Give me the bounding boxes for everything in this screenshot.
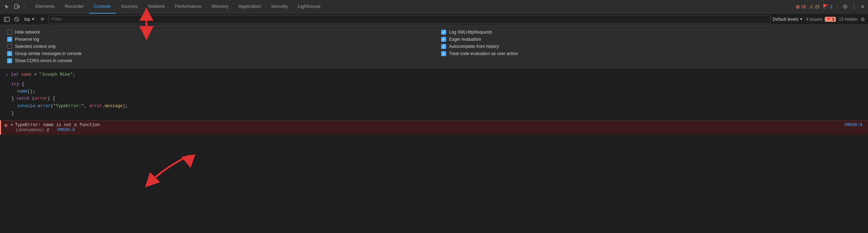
setting-preserve-log[interactable]: Preserve log <box>7 36 427 43</box>
code-line-close: } <box>6 110 865 117</box>
settings-left-col: Hide network Preserve log Selected conte… <box>7 29 427 64</box>
setting-treat-code[interactable]: Treat code evaluation as user action <box>441 50 861 57</box>
label-hide-network: Hide network <box>15 30 40 35</box>
label-autocomplete: Autocomplete from history <box>449 44 499 49</box>
error-stack-link[interactable]: VM698:6 <box>57 128 75 133</box>
info-count: 3 <box>830 4 832 9</box>
error-circle-icon: ⊗ <box>4 123 8 128</box>
checkbox-eager-eval[interactable] <box>441 37 446 42</box>
svg-rect-0 <box>15 4 18 9</box>
devtools-panel: Elements Recorder Console Sources Networ… <box>0 0 868 233</box>
toolbar-divider <box>24 3 25 10</box>
setting-log-xmlhttp[interactable]: Log XMLHttpRequests <box>441 29 861 36</box>
code-line-1: > let name = "Joseph Mike" ; <box>6 71 865 79</box>
code-line-try: try { <box>6 81 865 88</box>
label-eager-eval: Eager evaluation <box>449 37 481 42</box>
hidden-count: 15 hidden <box>839 17 858 22</box>
checkbox-selected-context[interactable] <box>7 44 12 49</box>
code-line-name-call: name (); <box>6 88 865 95</box>
tab-security[interactable]: Security <box>266 0 293 14</box>
context-dropdown[interactable]: top ▼ <box>23 16 36 23</box>
console-settings-icon[interactable]: ⚙ <box>860 16 865 22</box>
error-triangle-icon: ▼ <box>10 123 14 127</box>
tab-application[interactable]: Application <box>233 0 266 14</box>
filter-wrapper <box>49 15 771 24</box>
inspect-icon[interactable] <box>3 3 11 11</box>
error-count: 18 <box>801 4 806 9</box>
label-show-cors: Show CORS errors in console <box>15 58 72 63</box>
tab-performance[interactable]: Performance <box>170 0 206 14</box>
toolbar-icons <box>3 3 26 11</box>
dropdown-arrow-icon: ▼ <box>31 17 35 21</box>
setting-show-cors[interactable]: Show CORS errors in console <box>7 57 427 64</box>
settings-icon[interactable]: ⚙ <box>843 3 848 10</box>
context-label: top <box>24 17 30 22</box>
checkbox-autocomplete[interactable] <box>441 44 446 49</box>
issues-count: 🚩 3 <box>825 17 836 22</box>
default-levels-label: Default levels <box>773 17 798 22</box>
main-tab-bar: Elements Recorder Console Sources Networ… <box>30 0 795 14</box>
label-preserve-log: Preserve log <box>15 37 39 42</box>
checkbox-preserve-log[interactable] <box>7 37 12 42</box>
tab-recorder[interactable]: Recorder <box>60 0 89 14</box>
settings-right-col: Log XMLHttpRequests Eager evaluation Aut… <box>441 29 861 64</box>
filter-input[interactable] <box>49 15 770 23</box>
info-count-badge[interactable]: 🚩 3 <box>823 4 832 9</box>
error-message: TypeError: name is not a function <box>15 123 100 128</box>
label-group-similar: Group similar messages in console <box>15 51 82 56</box>
prompt-icon: > <box>6 72 8 79</box>
tab-memory[interactable]: Memory <box>206 0 233 14</box>
checkbox-group-similar[interactable] <box>7 51 12 56</box>
setting-eager-eval[interactable]: Eager evaluation <box>441 36 861 43</box>
tab-elements[interactable]: Elements <box>30 0 60 14</box>
checkbox-hide-network[interactable] <box>7 30 12 35</box>
warning-count: 22 <box>815 4 819 9</box>
more-options-icon[interactable]: ⋮ <box>851 3 857 10</box>
code-line-console-error: console . error ( "TypeError:" , error .… <box>6 103 865 110</box>
checkbox-treat-code[interactable] <box>441 51 446 56</box>
label-log-xmlhttp: Log XMLHttpRequests <box>449 30 492 35</box>
svg-rect-1 <box>18 5 19 8</box>
error-title-row: ▼ TypeError: name is not a function <box>10 123 844 128</box>
code-block: > let name = "Joseph Mike" ; try { name … <box>0 68 868 120</box>
checkbox-show-cors[interactable] <box>7 58 12 63</box>
console-toolbar-right: Default levels ▼ 4 Issues: 🚩 3 15 hidden… <box>773 16 865 22</box>
error-right-link[interactable]: VM698:6 <box>844 123 862 128</box>
svg-marker-9 <box>181 154 198 169</box>
checkbox-log-xmlhttp[interactable] <box>441 30 446 35</box>
tab-bar: Elements Recorder Console Sources Networ… <box>0 0 868 14</box>
svg-rect-2 <box>4 17 9 21</box>
error-output-line: ⊗ ▼ TypeError: name is not a function (a… <box>0 120 868 135</box>
setting-group-similar[interactable]: Group similar messages in console <box>7 50 427 57</box>
default-levels-dropdown[interactable]: Default levels ▼ <box>773 17 803 22</box>
issues-label: 4 Issues: <box>806 17 823 22</box>
tab-console[interactable]: Console <box>89 0 116 14</box>
error-count-badge[interactable]: ⊗ 18 <box>795 4 806 10</box>
label-selected-context: Selected context only <box>15 44 56 49</box>
tab-lighthouse[interactable]: Lighthouse <box>293 0 326 14</box>
console-toolbar: top ▼ 👁 Default levels ▼ 4 Issues: 🚩 3 1… <box>0 14 868 25</box>
setting-autocomplete[interactable]: Autocomplete from history <box>441 43 861 50</box>
toolbar-right-divider <box>837 3 838 10</box>
code-line-catch: } catch ( error ) { <box>6 95 865 102</box>
error-stack-row: (anonymous) @ VM698:6 <box>10 128 844 133</box>
label-treat-code: Treat code evaluation as user action <box>449 51 518 56</box>
console-output: > let name = "Joseph Mike" ; try { name … <box>0 68 868 135</box>
close-icon[interactable]: ✕ <box>860 4 865 10</box>
sidebar-toggle-icon[interactable] <box>3 15 11 23</box>
tab-network[interactable]: Network <box>143 0 170 14</box>
tab-sources[interactable]: Sources <box>116 0 143 14</box>
warning-count-badge[interactable]: ⚠ 22 <box>809 4 819 9</box>
svg-line-5 <box>15 18 19 21</box>
issues-badge[interactable]: 4 Issues: 🚩 3 <box>806 17 836 22</box>
device-toolbar-icon[interactable] <box>13 3 21 11</box>
error-content: ▼ TypeError: name is not a function (ano… <box>10 123 844 133</box>
toolbar-right: ⊗ 18 ⚠ 22 🚩 3 ⚙ ⋮ ✕ <box>795 3 865 10</box>
setting-hide-network[interactable]: Hide network <box>7 29 427 36</box>
eye-icon[interactable]: 👁 <box>39 15 46 23</box>
clear-console-icon[interactable] <box>13 15 21 23</box>
setting-selected-context[interactable]: Selected context only <box>7 43 427 50</box>
annotation-arrow-2 <box>143 154 200 189</box>
levels-arrow-icon: ▼ <box>799 17 803 21</box>
settings-panel: Hide network Preserve log Selected conte… <box>0 25 868 68</box>
